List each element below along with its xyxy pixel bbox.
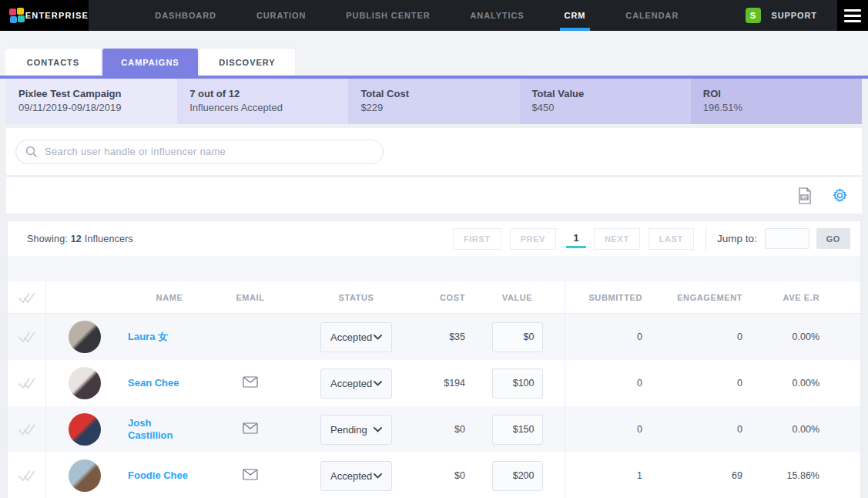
table-row: Laura 女 Accepted $35 0 0 0.00% [8,314,860,360]
status-dropdown[interactable]: Pending [320,415,392,445]
go-button[interactable]: GO [816,228,850,249]
table-row: Josh Castillion Pending $0 0 0 0.00% [8,406,860,453]
value-input[interactable] [492,415,543,445]
search-input[interactable] [45,146,374,157]
brand-logo[interactable]: ENTERPRISE [0,0,89,31]
status-dropdown[interactable]: Accepted [320,322,392,352]
stat-value: 196.51% [703,101,850,115]
search-icon [25,146,38,158]
nav-item-curation[interactable]: CURATION [252,0,310,31]
engagement-value: 0 [647,360,747,406]
value-input[interactable] [492,461,543,491]
table-summary-row: Showing: 12 Influencers FIRST PREV 1 NEX… [8,221,860,256]
col-header-status: STATUS [285,281,427,313]
cost-value: $194 [427,360,470,406]
chevron-down-icon [374,335,382,340]
col-header-engagement: ENGAGEMENT [647,281,747,313]
influencer-name-link[interactable]: Foodie Chee [128,469,188,482]
nav-item-crm[interactable]: CRM [560,0,591,31]
cost-value: $0 [427,453,470,498]
value-input[interactable] [492,368,543,399]
nav-right: S SUPPORT [746,0,868,31]
submitted-value: 1 [565,453,647,498]
status-badge[interactable]: S [746,8,761,23]
email-icon[interactable] [243,422,258,436]
chevron-down-icon [374,427,382,432]
next-page-button[interactable]: NEXT [594,228,640,250]
submitted-value: 0 [565,314,647,360]
table-header-row: NAME EMAIL STATUS COST VALUE SUBMITTED E… [8,281,860,314]
bulk-actions-band [8,256,860,281]
email-icon[interactable] [243,376,258,390]
nav-menu: DASHBOARDCURATIONPUBLISH CENTERANALYTICS… [89,0,746,31]
nav-item-analytics[interactable]: ANALYTICS [466,0,529,31]
last-page-button[interactable]: LAST [648,228,694,250]
stat-title: Total Value [532,87,679,101]
engagement-value: 0 [647,406,747,453]
pagination: FIRST PREV 1 NEXT LAST Jump to: GO [453,227,850,251]
row-select-check-icon[interactable] [8,360,46,406]
email-icon[interactable] [243,469,258,483]
stat-segment: Pixlee Test Campaign09/11/2019-09/18/201… [6,79,177,124]
tab-discovery[interactable]: DISCOVERY [199,49,295,76]
hamburger-menu-icon[interactable] [837,0,868,31]
row-select-check-icon[interactable] [8,406,46,453]
ave-er-value: 0.00% [747,406,824,453]
prev-page-button[interactable]: PREV [510,228,556,250]
stat-value: $450 [532,101,679,115]
stat-segment: Total Value$450 [520,79,691,124]
influencer-name-link[interactable]: Laura 女 [128,331,168,343]
support-link[interactable]: SUPPORT [772,11,817,20]
influencer-avatar[interactable] [69,459,101,492]
submitted-value: 0 [565,360,647,406]
nav-item-calendar[interactable]: CALENDAR [621,0,683,31]
influencer-avatar[interactable] [69,367,101,399]
jump-to-input[interactable] [765,228,809,249]
engagement-value: 69 [647,453,747,498]
row-select-check-icon[interactable] [8,314,46,360]
table-row: Foodie Chee Accepted $0 1 69 15.86% [8,453,860,498]
status-dropdown[interactable]: Accepted [320,461,392,491]
brand-name: ENTERPRISE [25,11,89,20]
export-csv-icon[interactable]: CSV [798,187,812,204]
col-header-spacer [46,281,123,313]
chevron-down-icon [374,473,382,479]
col-header-ave-er: AVE E.R [747,281,824,313]
nav-item-dashboard[interactable]: DASHBOARD [150,0,221,31]
ave-er-value: 15.86% [747,453,824,498]
status-dropdown[interactable]: Accepted [320,368,392,399]
tab-campaigns[interactable]: CAMPAIGNS [102,49,198,76]
influencer-table: Showing: 12 Influencers FIRST PREV 1 NEX… [7,220,861,498]
pagination-divider [705,227,706,251]
influencer-avatar[interactable] [69,413,101,446]
campaign-stats-bar: Pixlee Test Campaign09/11/2019-09/18/201… [6,79,862,124]
value-input[interactable] [492,322,543,352]
influencer-name-link[interactable]: Josh Castillion [128,417,197,442]
ave-er-value: 0.00% [747,314,824,360]
nav-item-publish-center[interactable]: PUBLISH CENTER [341,0,434,31]
current-page-number[interactable]: 1 [566,229,586,248]
row-select-check-icon[interactable] [8,453,46,498]
jump-to-label: Jump to: [717,233,757,244]
crm-page: ENTERPRISE DASHBOARDCURATIONPUBLISH CENT… [0,0,868,498]
influencer-avatar[interactable] [69,321,101,353]
cost-value: $35 [427,314,470,360]
col-header-cost: COST [427,281,470,313]
engagement-value: 0 [647,314,747,360]
stat-title: ROI [703,87,850,101]
stat-title: Total Cost [360,87,507,101]
table-row: Sean Chee Accepted $194 0 0 0.00% [8,360,860,406]
col-header-name: NAME [123,281,216,313]
search-box[interactable] [15,140,384,164]
select-all-check-icon[interactable] [8,281,46,313]
first-page-button[interactable]: FIRST [453,228,501,250]
table-tools-section: CSV [6,177,862,214]
ave-er-value: 0.00% [747,360,824,406]
stat-segment: 7 out of 12Influencers Accepted [177,79,348,124]
crm-tabs: CONTACTSCAMPAIGNSDISCOVERY [0,31,868,76]
settings-gear-icon[interactable] [832,187,848,204]
tab-contacts[interactable]: CONTACTS [5,49,101,76]
influencer-name-link[interactable]: Sean Chee [128,377,179,389]
pixlee-logo-icon [9,8,18,23]
stat-value: Influencers Accepted [189,101,336,115]
